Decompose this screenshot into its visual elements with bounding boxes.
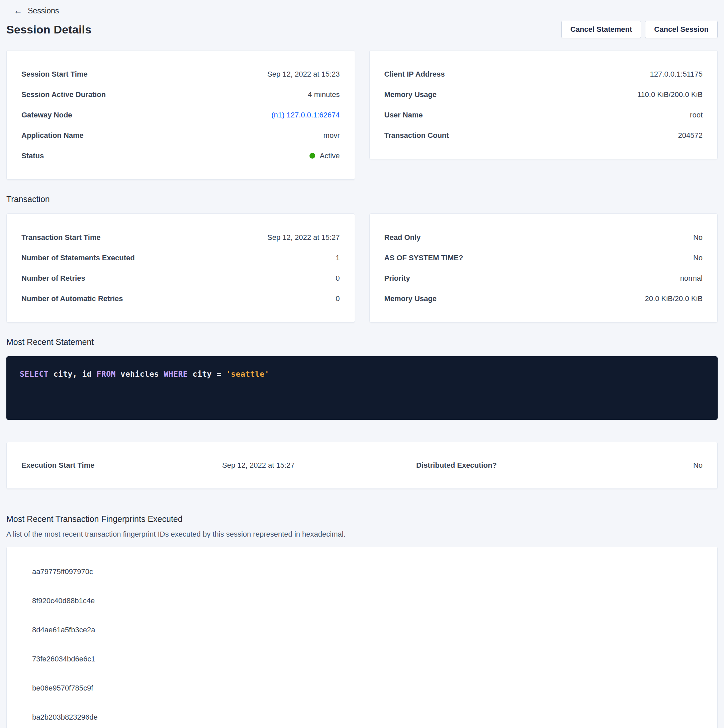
row-value: 0 (335, 274, 340, 283)
session-summary-row: Session Start TimeSep 12, 2022 at 15:23S… (6, 50, 718, 180)
kv-row: StatusActive (21, 145, 340, 166)
row-label: Status (21, 151, 44, 160)
fingerprint-id-row: 8f920c40d88b1c4e (32, 586, 703, 615)
row-value: No (693, 233, 703, 242)
row-value: 110.0 KiB/200.0 KiB (637, 90, 703, 99)
row-label: Application Name (21, 131, 84, 140)
fingerprint-id-row: be06e9570f785c9f (32, 673, 703, 703)
row-label: Transaction Count (384, 131, 449, 140)
row-value: 4 minutes (308, 90, 340, 99)
fingerprint-id-row: 73fe26034bd6e6c1 (32, 644, 703, 673)
transaction-row: Transaction Start TimeSep 12, 2022 at 15… (6, 213, 718, 323)
back-to-sessions-link[interactable]: ← Sessions (6, 4, 718, 17)
kv-row: Gateway Node(n1) 127.0.0.1:62674 (21, 105, 340, 125)
row-label: Number of Automatic Retries (21, 294, 123, 303)
distributed-execution-value: No (693, 461, 703, 470)
kv-row: Transaction Count204572 (384, 125, 703, 145)
session-info-card: Session Start TimeSep 12, 2022 at 15:23S… (6, 50, 355, 180)
row-label: Session Active Duration (21, 90, 106, 99)
kv-row: AS OF SYSTEM TIME?No (384, 248, 703, 268)
row-label: Memory Usage (384, 90, 437, 99)
gateway-node-link[interactable]: (n1) 127.0.0.1:62674 (271, 111, 340, 119)
kv-row: Memory Usage20.0 KiB/20.0 KiB (384, 288, 703, 309)
row-value: Sep 12, 2022 at 15:27 (267, 233, 340, 242)
row-value: movr (323, 131, 340, 140)
execution-start-time-value: Sep 12, 2022 at 15:27 (222, 461, 416, 470)
fingerprint-id-row: 8d4ae61a5fb3ce2a (32, 615, 703, 644)
row-label: Client IP Address (384, 70, 445, 79)
client-info-card: Client IP Address127.0.0.1:51175Memory U… (369, 50, 718, 159)
kv-row: Transaction Start TimeSep 12, 2022 at 15… (21, 227, 340, 248)
row-value: No (693, 254, 703, 262)
row-label: AS OF SYSTEM TIME? (384, 254, 463, 262)
session-details-page: ← Sessions Session Details Cancel Statem… (0, 0, 724, 728)
header-actions: Cancel Statement Cancel Session (562, 21, 718, 38)
row-value: normal (680, 274, 703, 283)
row-value: 20.0 KiB/20.0 KiB (645, 294, 703, 303)
kv-row: Memory Usage110.0 KiB/200.0 KiB (384, 84, 703, 105)
sql-token-string: 'seattle' (226, 370, 269, 378)
transaction-left-card: Transaction Start TimeSep 12, 2022 at 15… (6, 213, 355, 323)
row-value: root (690, 111, 703, 119)
cancel-session-button[interactable]: Cancel Session (645, 21, 718, 38)
transaction-right-card: Read OnlyNoAS OF SYSTEM TIME?NoPriorityn… (369, 213, 718, 323)
kv-row: Read OnlyNo (384, 227, 703, 248)
row-label: User Name (384, 111, 423, 119)
row-value: Sep 12, 2022 at 15:23 (267, 70, 340, 79)
kv-row: User Nameroot (384, 105, 703, 125)
row-label: Priority (384, 274, 410, 283)
kv-row: Prioritynormal (384, 268, 703, 288)
row-label: Gateway Node (21, 111, 72, 119)
back-link-label: Sessions (28, 6, 59, 15)
sql-statement-text: SELECT city, id FROM vehicles WHERE city… (20, 370, 704, 378)
kv-row: Application Namemovr (21, 125, 340, 145)
fingerprint-id-row: ba2b203b823296de (32, 703, 703, 728)
kv-row: Number of Statements Executed1 (21, 248, 340, 268)
fingerprints-card: aa79775ff097970c8f920c40d88b1c4e8d4ae61a… (6, 547, 718, 728)
row-label: Transaction Start Time (21, 233, 101, 242)
sql-token-ident: city = (188, 370, 226, 378)
sql-token-ident: vehicles (116, 370, 164, 378)
row-label: Memory Usage (384, 294, 437, 303)
row-value: 0 (335, 294, 340, 303)
execution-card: Execution Start Time Sep 12, 2022 at 15:… (6, 442, 718, 489)
header: Session Details Cancel Statement Cancel … (6, 21, 718, 38)
distributed-execution-label: Distributed Execution? (416, 461, 693, 470)
row-value: 1 (335, 254, 340, 262)
status-value: Active (309, 151, 340, 160)
sql-token-ident: city, id (49, 370, 96, 378)
fingerprints-heading: Most Recent Transaction Fingerprints Exe… (6, 514, 718, 524)
status-dot-icon (309, 153, 315, 159)
execution-start-time-label: Execution Start Time (21, 461, 222, 470)
most-recent-statement-heading: Most Recent Statement (6, 337, 718, 347)
sql-statement-box: SELECT city, id FROM vehicles WHERE city… (6, 356, 718, 420)
row-value: 127.0.0.1:51175 (650, 70, 703, 79)
sql-token-keyword: SELECT (20, 370, 49, 378)
row-value: 204572 (678, 131, 703, 140)
sql-token-keyword: FROM (97, 370, 116, 378)
kv-row: Session Active Duration4 minutes (21, 84, 340, 105)
row-label: Read Only (384, 233, 421, 242)
arrow-left-icon: ← (14, 6, 22, 15)
transaction-section-heading: Transaction (6, 194, 718, 204)
row-label: Session Start Time (21, 70, 88, 79)
kv-row: Session Start TimeSep 12, 2022 at 15:23 (21, 64, 340, 84)
row-label: Number of Statements Executed (21, 254, 135, 262)
kv-row: Number of Automatic Retries0 (21, 288, 340, 309)
sql-token-keyword: WHERE (164, 370, 188, 378)
row-value: Active (320, 151, 340, 160)
cancel-statement-button[interactable]: Cancel Statement (562, 21, 641, 38)
row-label: Number of Retries (21, 274, 85, 283)
page-title: Session Details (6, 23, 91, 36)
kv-row: Client IP Address127.0.0.1:51175 (384, 64, 703, 84)
fingerprints-description: A list of the most recent transaction fi… (6, 530, 718, 538)
kv-row: Number of Retries0 (21, 268, 340, 288)
fingerprint-id-row: aa79775ff097970c (32, 557, 703, 586)
